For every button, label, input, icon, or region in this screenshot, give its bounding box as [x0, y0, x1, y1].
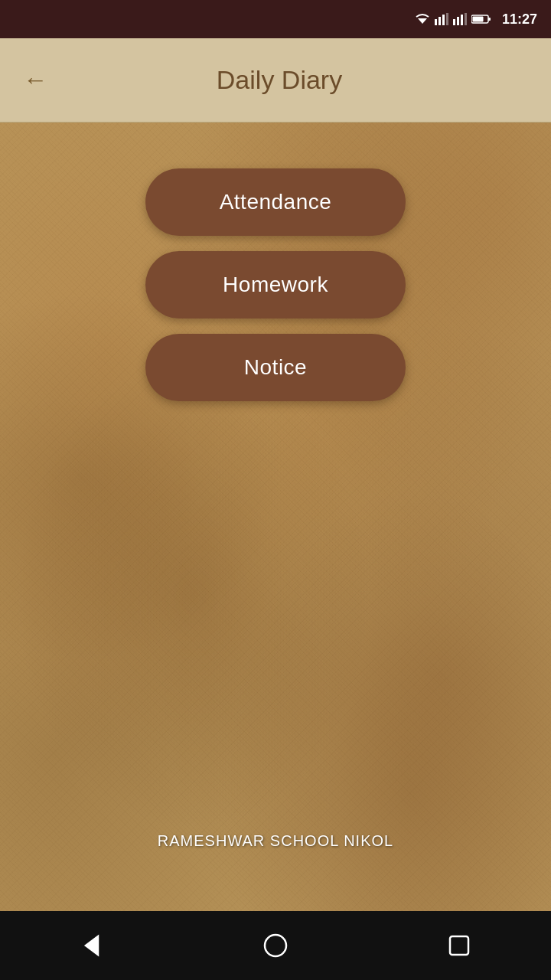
school-name: RAMESHWAR SCHOOL NIKOL: [158, 832, 393, 849]
battery-icon: [471, 14, 491, 24]
svg-rect-9: [461, 15, 463, 25]
attendance-button[interactable]: Attendance: [145, 168, 406, 236]
nav-recents-button[interactable]: [430, 924, 488, 967]
page-title: Daily Diary: [63, 65, 496, 95]
nav-home-button[interactable]: [246, 924, 305, 967]
back-triangle-icon: [78, 932, 106, 959]
status-time: 11:27: [502, 11, 537, 28]
nav-back-button[interactable]: [63, 924, 121, 967]
homework-button[interactable]: Homework: [145, 251, 406, 318]
back-button[interactable]: ←: [15, 58, 55, 102]
svg-rect-6: [446, 13, 448, 25]
svg-rect-8: [457, 17, 459, 25]
svg-marker-14: [86, 936, 98, 955]
svg-rect-5: [442, 15, 445, 25]
signal-icon-2: [453, 13, 467, 25]
status-bar: 11:27: [0, 0, 551, 38]
svg-rect-3: [435, 19, 437, 25]
notice-button[interactable]: Notice: [145, 334, 406, 401]
footer: RAMESHWAR SCHOOL NIKOL: [0, 832, 551, 850]
svg-rect-13: [472, 17, 483, 22]
svg-rect-16: [450, 936, 468, 955]
toolbar: ← Daily Diary: [0, 38, 551, 122]
home-circle-icon: [262, 932, 289, 959]
svg-marker-2: [418, 18, 427, 24]
svg-rect-7: [453, 19, 455, 25]
wifi-icon: [415, 13, 430, 25]
svg-rect-12: [488, 18, 491, 21]
main-content: Attendance Homework Notice RAMESHWAR SCH…: [0, 122, 551, 911]
menu-buttons: Attendance Homework Notice: [0, 168, 551, 401]
signal-icon-1: [435, 13, 448, 25]
nav-bar: [0, 911, 551, 980]
svg-point-15: [265, 935, 286, 956]
recents-square-icon: [445, 932, 473, 959]
status-icons: 11:27: [415, 11, 537, 28]
svg-rect-4: [439, 17, 441, 25]
svg-rect-10: [465, 13, 467, 25]
